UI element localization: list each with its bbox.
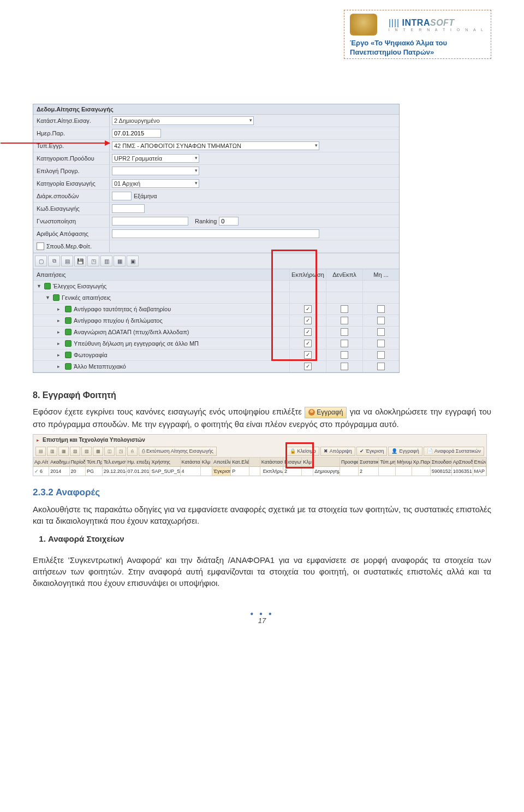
grid-tb-1[interactable]: ▤ — [35, 447, 46, 456]
fulfilled-checkbox[interactable]: ✓ — [304, 317, 312, 324]
status-dropdown[interactable]: 2 Δημιουργημένο — [112, 116, 254, 125]
progress-cat-dropdown[interactable]: UPR2 Γραμματεία — [112, 154, 199, 163]
grid-cell: ΜΑΡ — [473, 467, 486, 476]
grid-col-header[interactable]: Αποτέλεσ — [212, 458, 231, 466]
doctype-label: Τυπ.Εγγρ. — [33, 140, 110, 152]
ranking-input[interactable] — [219, 217, 239, 226]
duration-label: Διάρκ.σπουδών — [33, 190, 110, 202]
req-root[interactable]: Έλεγχος Εισαγωγής — [53, 283, 106, 289]
grid-col-header[interactable]: Αρ.Αίτ. — [33, 458, 49, 466]
na-checkbox[interactable] — [377, 363, 385, 370]
grid-data-row[interactable]: ✓6201420PG29.12.201407.01.2015SAP_SUP_SL… — [33, 467, 486, 476]
entry-code-input[interactable] — [112, 204, 145, 213]
grid-col-header[interactable]: Σπουδαστής — [431, 458, 452, 466]
req-item-label[interactable]: Αναγνώριση ΔΟΑΤΑΠ (πτυχ/διπλ Αλλοδαπ) — [74, 329, 189, 335]
entry-cat-dropdown[interactable]: 01 Αρχική — [112, 179, 199, 188]
fulfilled-checkbox[interactable]: ✓ — [304, 328, 312, 336]
na-checkbox[interactable] — [377, 305, 385, 313]
req-item-label[interactable]: Αντίγραφο πτυχίου ή διπλώματος — [74, 317, 163, 324]
grid-tb-3[interactable]: ▦ — [58, 447, 69, 456]
grid-tb-5[interactable]: ▨ — [81, 447, 92, 456]
grid-col-header[interactable] — [249, 458, 260, 466]
grid-col-header[interactable]: Συστατικές — [359, 458, 379, 466]
decision-num-input[interactable] — [112, 229, 319, 238]
tb-icon-6[interactable]: ▥ — [100, 256, 112, 266]
notfulfilled-checkbox[interactable] — [341, 305, 348, 313]
req-item-label[interactable]: Φωτογραφία — [74, 352, 108, 358]
req-item-label[interactable]: Υπεύθυνη δήλωση μη εγγεγραφής σε άλλο ΜΠ — [74, 340, 199, 347]
grid-col-header[interactable]: Κατάσταση — [260, 458, 283, 466]
grid-col-header[interactable]: Εισαγωγ. — [283, 458, 302, 466]
grid-col-header[interactable]: Μήνυμα — [396, 458, 412, 466]
doctype-dropdown[interactable]: 42 ΠΜΣ - ΑΠΟΦΟΙΤΟΙ ΣΥΝΑΦΩΝ ΤΜΗΜΑΤΩΝ — [112, 141, 319, 150]
grid-col-header[interactable] — [313, 458, 340, 466]
na-checkbox[interactable] — [377, 340, 385, 347]
tb-icon-7[interactable]: ▦ — [114, 256, 126, 266]
notfulfilled-checkbox[interactable] — [341, 351, 348, 359]
grid-col-header[interactable]: Τελ.ενημστ — [103, 458, 127, 466]
na-checkbox[interactable] — [377, 351, 385, 359]
fulfilled-checkbox[interactable]: ✓ — [304, 363, 312, 370]
date-input[interactable] — [112, 129, 161, 138]
grid-col-header[interactable]: Κατ.Ελέγ — [231, 458, 249, 466]
notfulfilled-checkbox[interactable] — [341, 363, 348, 370]
na-checkbox[interactable] — [377, 328, 385, 336]
list-item-1-paragraph: Επιλέξτε 'Συγκεντρωτική Αναφορά' και την… — [33, 554, 491, 589]
grid-col-header[interactable]: Επών — [473, 458, 486, 466]
grid-approve-link[interactable]: ✔ Έγκριση — [356, 447, 388, 456]
grid-col-header[interactable]: Περίοδ — [70, 458, 86, 466]
grid-tb-6[interactable]: ▩ — [93, 447, 103, 456]
na-checkbox[interactable] — [377, 317, 385, 324]
grid-col-header[interactable]: Τύπ.Προγ — [86, 458, 103, 466]
tb-icon-2[interactable]: ⧉ — [48, 256, 60, 266]
grid-col-header[interactable]: Προσφερ. — [340, 458, 359, 466]
tb-icon-5[interactable]: ◳ — [87, 256, 99, 266]
parttime-checkbox[interactable] — [37, 242, 44, 250]
fulfilled-checkbox[interactable]: ✓ — [304, 351, 312, 359]
grid-reports-link[interactable]: 📄 Αναφορά Συστατικών — [424, 447, 484, 456]
grid-col-header[interactable]: Κλμ — [302, 458, 313, 466]
notfulfilled-checkbox[interactable] — [341, 328, 348, 336]
grid-reject-link[interactable]: ✖ Απόρριψη — [320, 447, 355, 456]
grid-tb-7[interactable]: ◫ — [104, 447, 115, 456]
duration-input[interactable] — [112, 192, 132, 200]
req-item-label[interactable]: Αντίγραφο ταυτότητας ή διαβατηρίου — [74, 306, 171, 312]
grid-register-link[interactable]: 👤 Εγγραφή — [388, 447, 422, 456]
tb-save-icon[interactable]: 💾 — [74, 256, 86, 266]
tb-icon-8[interactable]: ▣ — [127, 256, 139, 266]
grid-cell: 2 — [359, 467, 379, 476]
grid-cell: 2 — [283, 467, 302, 476]
req-sub[interactable]: Γενικές απαιτήσεις — [62, 294, 111, 301]
grid-col-header[interactable]: Κατάσταση — [181, 458, 201, 466]
program-sel-dropdown[interactable] — [112, 167, 199, 175]
grid-col-header[interactable]: Ημ. επεξερ — [127, 458, 151, 466]
grid-tb-2[interactable]: ▥ — [47, 447, 57, 456]
notify-input[interactable] — [112, 217, 188, 226]
grid-close-link[interactable]: 🔒 Κλείσιμο — [287, 447, 319, 456]
grid-col-header[interactable]: Χρήστης — [150, 458, 180, 466]
fulfilled-checkbox[interactable]: ✓ — [304, 340, 312, 347]
grid-print-link[interactable]: ⎙ Εκτύπωση Αίτησης Εισαγωγής — [139, 447, 217, 456]
tb-icon-3[interactable]: ▤ — [61, 256, 73, 266]
grid-cell: Εκπλήρωση — [260, 467, 283, 476]
grid-tb-9[interactable]: ⎙ — [127, 447, 138, 456]
grid-col-header[interactable]: Ακαδημ.έτ. — [49, 458, 69, 466]
register-button-inline[interactable]: Εγγραφή — [305, 407, 347, 418]
project-title: Έργο «Το Ψηφιακό Άλμα του Πανεπιστημίου … — [350, 39, 485, 57]
notfulfilled-checkbox[interactable] — [341, 340, 348, 347]
fulfilled-checkbox[interactable]: ✓ — [304, 305, 312, 313]
status-square-icon — [44, 283, 51, 289]
grid-col-header[interactable]: Κλμ — [201, 458, 212, 466]
req-item-label[interactable]: Άλλο Μεταπτυχιακό — [74, 363, 126, 370]
tb-icon-1[interactable]: ▢ — [35, 256, 47, 266]
grid-col-header[interactable]: Τύπ.μην. — [379, 458, 396, 466]
grid-tb-8[interactable]: ◳ — [116, 447, 126, 456]
panel-section-title: Δεδομ.Αίτησης Εισαγωγής — [33, 104, 399, 115]
notfulfilled-checkbox[interactable] — [341, 317, 348, 324]
grid-tb-4[interactable]: ▧ — [70, 447, 80, 456]
grid-col-header[interactable]: ΑρΣπουδασ — [452, 458, 473, 466]
req-col-name: Απαιτήσεις — [33, 271, 289, 278]
close-tab-icon[interactable]: ▸ — [37, 437, 39, 444]
progress-cat-label: Κατηγοριοπ.Προόδου — [33, 152, 110, 164]
grid-col-header[interactable]: Χρ.Παραλ — [412, 458, 431, 466]
